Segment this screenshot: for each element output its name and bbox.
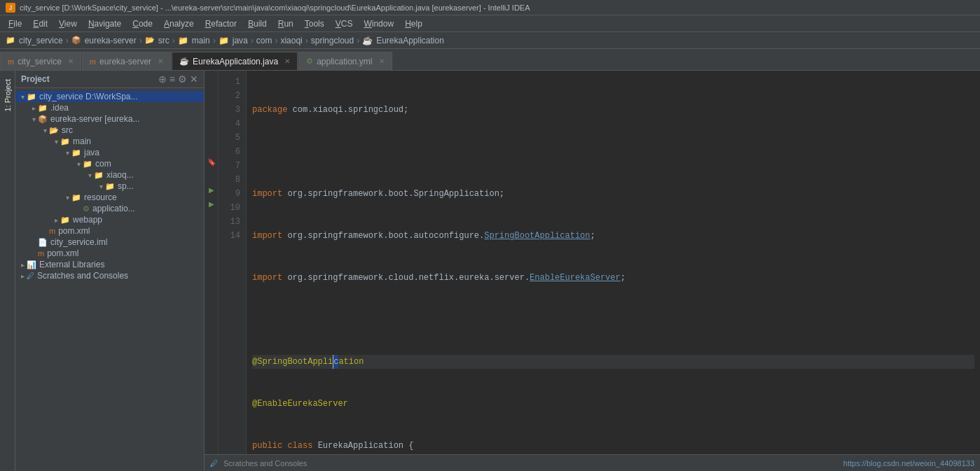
gutter-7: 🔖 — [205, 155, 218, 169]
breadcrumb-bar: 📁 city_service › 📦 eureka-server › 📂 src… — [0, 32, 980, 49]
tree-pom-eureka[interactable]: m pom.xml — [15, 225, 204, 237]
sidebar: Project ⊕ ≡ ⚙ ✕ ▾ 📁 city_service D:\Work… — [15, 71, 205, 471]
tree-external-libs[interactable]: ▸ 📊 External Libraries — [15, 259, 204, 270]
tree-item-label: pom.xml — [58, 226, 90, 236]
gutter-4 — [205, 113, 218, 127]
sync-icon[interactable]: ⊕ — [158, 73, 167, 85]
tree-scratches[interactable]: ▸ 🖊 Scratches and Consoles — [15, 270, 204, 281]
src-folder-icon: 📂 — [49, 126, 59, 135]
project-panel-tab[interactable]: 1: Project — [1, 73, 14, 117]
scratch-icon: 🖊 — [27, 272, 34, 280]
bc-eurekaapp[interactable]: ☕ EurekaApplication — [362, 36, 444, 45]
menu-window[interactable]: Window — [358, 17, 399, 31]
tab-bar: m city_service ✕ m eureka-server ✕ ☕ Eur… — [0, 49, 980, 71]
arrow-icon: ▾ — [97, 183, 105, 190]
sidebar-header: Project ⊕ ≡ ⚙ ✕ — [15, 71, 204, 88]
tree-pom-root[interactable]: m pom.xml — [15, 248, 204, 259]
close-tab-city[interactable]: ✕ — [68, 57, 74, 65]
bc-city-service[interactable]: 📁 city_service — [6, 36, 63, 45]
menu-file[interactable]: File — [3, 17, 27, 31]
folder-icon: 📁 — [219, 36, 229, 45]
module-icon: 📦 — [71, 36, 81, 45]
tab-eureka-application[interactable]: ☕ EurekaApplication.java ✕ — [172, 52, 298, 70]
arrow-icon: ▸ — [18, 272, 27, 280]
bc-label: city_service — [19, 36, 63, 45]
tree-application-yml[interactable]: ⚙ applicatio... — [15, 203, 204, 214]
tree-com[interactable]: ▾ 📁 com — [15, 158, 204, 169]
tree-java[interactable]: ▾ 📁 java — [15, 147, 204, 158]
code-line-5: import org.springframework.cloud.netflix… — [252, 271, 974, 285]
tree-item-label: java — [84, 148, 99, 157]
bc-sep-4: › — [213, 36, 216, 45]
bottom-right: https://blog.csdn.net/weixin_44098133 — [843, 458, 974, 468]
tab-application-yml[interactable]: ⚙ application.yml ✕ — [298, 52, 392, 70]
tree-webapp[interactable]: ▸ 📁 webapp — [15, 214, 204, 225]
ext-libs-icon: 📊 — [27, 260, 36, 269]
tree-resource[interactable]: ▾ 📁 resource — [15, 192, 204, 203]
class-icon: ☕ — [362, 36, 373, 45]
arrow-icon: ▸ — [29, 104, 38, 112]
code-editor[interactable]: 🔖 ▶ ▶ 1 2 3 4 5 6 7 8 9 10 13 14 — [205, 71, 980, 454]
close-tab-eurekaapp[interactable]: ✕ — [284, 57, 290, 65]
tab-eureka-server[interactable]: m eureka-server ✕ — [82, 52, 171, 70]
menu-view[interactable]: View — [53, 17, 83, 31]
arrow-icon — [29, 250, 38, 258]
tab-icon-yml: ⚙ — [306, 57, 313, 66]
tree-item-label: city_service.iml — [50, 237, 107, 247]
gutter-10: ▶ — [205, 197, 218, 211]
tree-item-label: main — [73, 136, 91, 146]
tree-eureka-server[interactable]: ▾ 📦 eureka-server [eureka... — [15, 113, 204, 125]
tree-xiaoqi[interactable]: ▾ 📁 xiaoq... — [15, 169, 204, 181]
settings-icon[interactable]: ⚙ — [178, 73, 187, 85]
menu-vcs[interactable]: VCS — [330, 17, 359, 31]
menu-help[interactable]: Help — [399, 17, 428, 31]
menu-run[interactable]: Run — [272, 17, 299, 31]
bc-sep-5: › — [251, 36, 254, 45]
arrow-icon: ▾ — [74, 160, 83, 168]
bc-xiaoqi[interactable]: xiaoqi — [280, 36, 302, 45]
code-line-4: import org.springframework.boot.autoconf… — [252, 229, 974, 243]
collapse-icon[interactable]: ≡ — [170, 73, 175, 85]
gutter-9: ▶ — [205, 183, 218, 197]
tree-city-iml[interactable]: 📄 city_service.iml — [15, 237, 204, 248]
sidebar-title: Project — [21, 74, 50, 84]
bc-label: xiaoqi — [280, 36, 302, 45]
close-tab-yml[interactable]: ✕ — [379, 57, 385, 65]
menu-edit[interactable]: Edit — [27, 17, 53, 31]
arrow-icon: ▸ — [52, 216, 60, 224]
bc-com[interactable]: com — [256, 36, 272, 45]
tree-src[interactable]: ▾ 📂 src — [15, 125, 204, 136]
bc-src[interactable]: 📂 src — [145, 36, 170, 45]
bc-eureka-server[interactable]: 📦 eureka-server — [71, 36, 137, 45]
project-icon: 📁 — [6, 36, 15, 45]
sidebar-icons: ⊕ ≡ ⚙ ✕ — [158, 73, 198, 85]
menu-code[interactable]: Code — [127, 17, 158, 31]
tree-main[interactable]: ▾ 📁 main — [15, 136, 204, 147]
title-text: city_service [D:\WorkSpace\city_service]… — [20, 3, 530, 12]
folder-icon: 📁 — [178, 36, 188, 45]
tree-city-service[interactable]: ▾ 📁 city_service D:\WorkSpa... — [15, 91, 204, 102]
tree-idea[interactable]: ▸ 📁 .idea — [15, 102, 204, 113]
tree-item-label: .idea — [50, 103, 69, 113]
tree-item-label: xiaoq... — [106, 170, 134, 180]
menu-build[interactable]: Build — [242, 17, 272, 31]
bc-java[interactable]: 📁 java — [219, 36, 248, 45]
close-tab-eureka[interactable]: ✕ — [158, 57, 163, 65]
bc-springcloud[interactable]: springcloud — [311, 36, 354, 45]
tree-item-label: sp... — [118, 181, 134, 191]
tree-springcloud[interactable]: ▾ 📁 sp... — [15, 181, 204, 192]
cursor: c — [333, 355, 338, 369]
menu-navigate[interactable]: Navigate — [83, 17, 127, 31]
bc-main[interactable]: 📁 main — [178, 36, 210, 45]
close-sidebar-icon[interactable]: ✕ — [190, 73, 198, 85]
scratch-bottom-icon: 🖊 — [210, 459, 218, 468]
code-content[interactable]: package com.xiaoqi.springcloud; import o… — [247, 71, 980, 454]
arrow-icon: ▸ — [18, 261, 27, 269]
menu-tools[interactable]: Tools — [299, 17, 330, 31]
tree-item-label: city_service D:\WorkSpa... — [39, 92, 137, 101]
xml-icon: m — [49, 227, 55, 235]
csdn-link[interactable]: https://blog.csdn.net/weixin_44098133 — [843, 459, 974, 468]
menu-analyze[interactable]: Analyze — [158, 17, 200, 31]
menu-refactor[interactable]: Refactor — [200, 17, 242, 31]
tab-city-service[interactable]: m city_service ✕ — [0, 52, 81, 70]
